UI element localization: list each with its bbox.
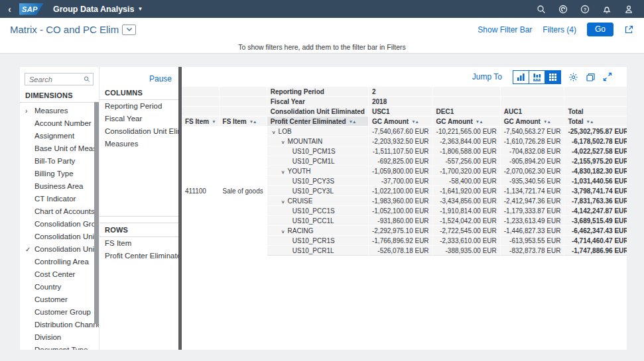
header-label: Fiscal Year (267, 97, 369, 107)
notifications-bell-icon[interactable] (602, 5, 612, 14)
dimension-item-chart-of-accounts[interactable]: Chart of Accounts (20, 205, 99, 218)
chart-view-button[interactable] (513, 70, 529, 84)
dimension-item-account-number[interactable]: Account Number (20, 117, 99, 130)
dimension-item-billing-type[interactable]: Billing Type (20, 168, 99, 180)
app-title-caret-icon[interactable]: ▼ (138, 6, 143, 12)
dimension-label: Controlling Area (34, 258, 89, 266)
row-label: US10_PCR1L (292, 247, 334, 254)
dimension-item-document-type[interactable]: Document Type (20, 344, 99, 350)
dimension-label: Distribution Channel (34, 321, 99, 329)
filters-link[interactable]: Filters (4) (543, 25, 576, 34)
amount-value: -1,059,800.00 EUR (369, 166, 433, 176)
dimension-item-base-unit-of-meas[interactable]: Base Unit of Meas... (20, 142, 99, 155)
collapse-icon[interactable]: ∨ (281, 199, 285, 204)
row-label: US10_PCC1L (292, 217, 334, 225)
back-icon[interactable]: ‹ (9, 0, 11, 18)
dimension-item-assignment[interactable]: Assignment (20, 130, 99, 142)
jump-to-link[interactable]: Jump To (472, 72, 502, 81)
row-label: US10_PCY3S (292, 178, 334, 185)
column-header-gc-amount-dec1[interactable]: GC Amount▼▲ (433, 117, 501, 127)
row-header-youth[interactable]: ∨YOUTH (267, 166, 369, 176)
row-header-us10-pcc1s[interactable]: US10_PCC1S (267, 206, 369, 216)
copy-icon[interactable] (586, 72, 596, 82)
rows-item-fs-item[interactable]: FS Item (99, 237, 178, 250)
dimension-item-customer-group[interactable]: Customer Group (20, 306, 99, 319)
column-header-fs-item-text[interactable]: FS Item▼▲ (220, 117, 267, 127)
sort-icons: ▼▲ (476, 119, 483, 124)
search-input[interactable] (29, 76, 84, 83)
header-value: 2 (369, 87, 433, 97)
row-header-us10-pcm1l[interactable]: US10_PCM1L (267, 156, 369, 166)
columns-item-measures[interactable]: Measures (99, 138, 178, 150)
go-button[interactable]: Go (587, 23, 613, 36)
collapse-icon[interactable]: ∨ (281, 229, 285, 234)
columns-item-fiscal-year[interactable]: Fiscal Year (99, 113, 178, 125)
column-header-gc-amount-usc1[interactable]: GC Amount▼▲ (369, 117, 433, 127)
row-header-us10-pcm1s[interactable]: US10_PCM1S (267, 146, 369, 156)
amount-value: -905,894.20 EUR (501, 156, 565, 166)
variant-title[interactable]: Matrix - CO and PC Elim (10, 24, 119, 35)
row-header-lob[interactable]: ∨LOB (267, 127, 369, 136)
row-label: MOUNTAIN (288, 138, 323, 145)
row-header-us10-pcy3s[interactable]: US10_PCY3S (267, 176, 369, 186)
dimension-item-country[interactable]: Country (20, 281, 99, 293)
variant-dropdown-chevron-icon[interactable] (122, 25, 136, 35)
row-header-racing[interactable]: ∨RACING (267, 226, 369, 236)
collapse-icon[interactable]: ∨ (272, 129, 276, 134)
dimension-item-consolidation-unit[interactable]: ✓Consolidation Unit... (20, 243, 99, 256)
row-header-us10-pcr1s[interactable]: US10_PCR1S (267, 236, 369, 246)
show-filter-bar-link[interactable]: Show Filter Bar (478, 25, 532, 34)
collapse-icon[interactable]: ∨ (281, 169, 285, 174)
dimension-item-customer[interactable]: Customer (20, 293, 99, 306)
pause-link[interactable]: Pause (149, 74, 172, 83)
column-header-total[interactable]: Total▼▲ (564, 117, 627, 127)
table-view-button[interactable] (545, 70, 561, 84)
column-header-profit-center[interactable]: Profit Center Eliminated▼▲ (267, 117, 369, 127)
dimension-item-division[interactable]: Division (20, 331, 99, 344)
row-header-us10-pcr1l[interactable]: US10_PCR1L (267, 246, 369, 256)
dimension-item-consolidation-unit[interactable]: Consolidation Unit (20, 231, 99, 243)
columns-item-reporting-period[interactable]: Reporting Period (99, 100, 178, 113)
chart-table-view-button[interactable] (529, 70, 545, 84)
dimension-item-cost-center[interactable]: Cost Center (20, 268, 99, 281)
row-header-us10-pcc1l[interactable]: US10_PCC1L (267, 216, 369, 226)
dimensions-scrollbar[interactable] (94, 102, 99, 324)
dimension-item-bill-to-party[interactable]: Bill-To Party (20, 155, 99, 168)
amount-value: -37,700.00 EUR (369, 176, 433, 186)
row-header-us10-pcy3l[interactable]: US10_PCY3L (267, 186, 369, 196)
search-magnifier-icon (84, 76, 90, 83)
dimension-item-ct-indicator[interactable]: CT Indicator (20, 193, 99, 205)
row-header-cruise[interactable]: ∨CRUISE (267, 196, 369, 206)
dimension-item-controlling-area[interactable]: Controlling Area (20, 256, 99, 268)
amount-value: -1,806,588.00 EUR (433, 146, 501, 156)
rows-item-profit-center-eliminated[interactable]: Profit Center Eliminated (99, 250, 178, 262)
dimension-item-measures[interactable]: ›Measures (20, 105, 99, 117)
settings-gear-icon[interactable] (568, 72, 578, 82)
row-header-mountain[interactable]: ∨MOUNTAIN (267, 136, 369, 146)
user-avatar-icon[interactable] (624, 5, 633, 14)
amount-value: -7,540,667.60 EUR (369, 127, 433, 136)
dimension-label: Customer Group (34, 308, 91, 316)
expand-chevron-icon[interactable]: › (25, 105, 32, 117)
search-icon[interactable] (537, 5, 546, 14)
app-title[interactable]: Group Data Analysis (53, 5, 135, 14)
header-value: USC1 (369, 107, 433, 117)
search-field[interactable] (25, 73, 94, 85)
dimension-item-business-area[interactable]: Business Area (20, 180, 99, 193)
dimension-item-distribution-channel[interactable]: Distribution Channel (20, 319, 99, 331)
sort-icons: ▼▲ (349, 119, 356, 124)
sap-logo[interactable]: SAP (19, 3, 44, 15)
header-value: 2018 (369, 97, 433, 107)
column-header-fs-item-key[interactable]: FS Item▼ (182, 117, 220, 127)
share-export-icon[interactable] (624, 25, 634, 34)
column-header-gc-amount-auc1[interactable]: GC Amount▼▲ (501, 117, 565, 127)
fullscreen-icon[interactable] (603, 72, 612, 81)
rows-title: ROWS (99, 223, 178, 237)
collapse-icon[interactable]: ∨ (281, 139, 285, 144)
header-row-consolidation-unit: Consolidation Unit Eliminated USC1 DEC1 … (182, 107, 627, 117)
sort-icons: ▼▲ (249, 119, 257, 124)
dimension-item-consolidation-group[interactable]: Consolidation Group (20, 218, 99, 231)
columns-item-consolidation-unit-elim[interactable]: Consolidation Unit Elim... (99, 125, 178, 138)
help-icon[interactable]: ? (580, 5, 590, 14)
copilot-icon[interactable] (558, 5, 568, 14)
